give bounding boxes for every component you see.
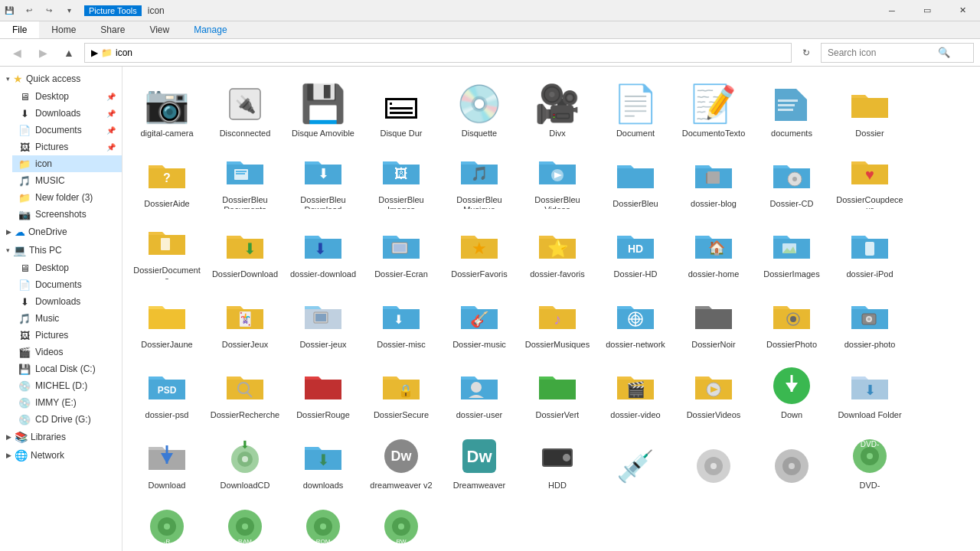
icon-item-d-games[interactable]: 🃏 DossierJeux [207,284,283,353]
sidebar-item-music2[interactable]: 🎵Music [12,310,122,327]
icon-item-db-dl[interactable]: ⬇ DossierBleu Download [285,143,361,212]
icon-item-disque-dur[interactable]: 🖴 Disque Dur [363,73,439,142]
icon-item-d-home[interactable]: 🏠 dossier-home [675,214,752,282]
sidebar-item-screenshots[interactable]: 📷 Screenshots [12,206,122,223]
icon-item-dvd-rom[interactable]: ROM DVD-ROM [285,495,361,551]
maximize-button[interactable]: ▭ [910,0,945,21]
sidebar-item-desktop2[interactable]: 🖥Desktop [12,259,122,276]
icon-item-dvd[interactable] [675,425,752,494]
qa-dropdown[interactable]: ▾ [60,2,78,20]
icon-item-d-noir[interactable]: DossierNoir [675,284,752,353]
sidebar-item-icon[interactable]: 📁 icon [12,155,122,172]
address-path[interactable]: ▶ 📁 icon [84,43,792,63]
icon-item-d-photo[interactable]: DossierPhoto [753,284,830,353]
sidebar-item-music[interactable]: 🎵 MUSIC [12,172,122,189]
icon-item-d-psd[interactable]: PSD dossier-psd [129,354,205,423]
icon-item-d-photo2[interactable]: dossier-photo [831,284,908,353]
icon-item-d-music[interactable]: 🎸 Dossier-music [441,284,518,353]
icon-item-document[interactable]: 📄 Document [597,73,674,142]
icon-item-d-secure[interactable]: 🔒 DossierSecure [363,354,439,423]
icon-item-down[interactable]: Down [753,354,830,423]
icon-item-d-misc[interactable]: ⬇ Dossier-misc [363,284,439,353]
tab-view[interactable]: View [137,21,181,38]
icon-item-d-rouge[interactable]: DossierRouge [285,354,361,423]
icon-item-d-videos[interactable]: DossierVideos [675,354,752,423]
icon-item-d-ipod[interactable]: dossier-iPod [831,214,908,282]
icon-item-d-screen[interactable]: Dossier-Ecran [363,214,439,282]
tab-share[interactable]: Share [88,21,137,38]
icon-item-db-img[interactable]: 🖼 DossierBleu Images [363,143,439,212]
icon-item-dvd-r[interactable]: -R DVD-R [129,495,205,551]
sidebar-item-edrive[interactable]: 💿IMMY (E:) [12,394,122,411]
refresh-button[interactable]: ↻ [796,43,816,63]
icon-item-d-games2[interactable]: Dossier-jeux [285,284,361,353]
search-icon[interactable]: 🔍 [938,47,950,58]
icon-item-d-search[interactable]: DossierRecherche [207,354,283,423]
icon-item-db-plain[interactable]: DossierBleu [597,143,674,212]
minimize-button[interactable]: ─ [874,0,910,21]
icon-item-dw2[interactable]: Dw dreamweaver v2 [363,425,439,494]
icon-item-d-blog[interactable]: dossier-blog [675,143,752,212]
icon-item-dossier[interactable]: Dossier [831,73,908,142]
icon-item-downloads[interactable]: ⬇ downloads [285,425,361,494]
tab-home[interactable]: Home [39,21,88,38]
icon-item-dvd-ram[interactable]: RAM DVD-RAM [207,495,283,551]
icon-item-documento[interactable]: 📝 DocumentoTexto [675,73,752,142]
icon-item-d-dl2[interactable]: ⬇ dossier-download [285,214,361,282]
sidebar-item-cdrive[interactable]: 💾Local Disk (C:) [12,360,122,377]
icon-item-d-dl[interactable]: ⬇ DossierDownload [207,214,283,282]
sidebar-item-gdrive[interactable]: 💿CD Drive (G:) [12,411,122,428]
forward-button[interactable]: ▶ [32,42,54,64]
sidebar-item-newfolder[interactable]: 📁 New folder (3) [12,189,122,206]
icon-item-d-docs2[interactable]: DossierDocuments [129,214,205,282]
tab-manage[interactable]: Manage [181,21,239,38]
qa-redo[interactable]: ↪ [40,2,58,20]
sidebar-libraries[interactable]: ▶ 📚 Libraries [0,428,122,446]
sidebar-item-dl2[interactable]: ⬇Downloads [12,293,122,310]
sidebar-item-pictures[interactable]: 🖼 Pictures 📌 [12,139,122,155]
icon-item-d-hd[interactable]: HD Dossier-HD [597,214,674,282]
icon-item-documents[interactable]: documents [753,73,830,142]
icon-item-d-star2[interactable]: ⭐ dossier-favoris [519,214,596,282]
search-input[interactable] [828,47,935,58]
icon-item-dvd-rw[interactable]: RW DVD-RW [363,495,439,551]
sidebar-item-videos[interactable]: 🎬Videos [12,344,122,360]
sidebar-item-ddrive[interactable]: 💿MICHEL (D:) [12,377,122,394]
up-button[interactable]: ▲ [58,42,80,64]
icon-item-db-docs[interactable]: DossierBleu Documents [207,143,283,212]
icon-item-db-vid[interactable]: DossierBleu Videos [519,143,596,212]
icon-item-dossier-aide[interactable]: ? DossierAide [129,143,205,212]
sidebar-this-pc[interactable]: ▾ 💻 This PC [0,241,122,259]
icon-item-dw[interactable]: Dw Dreamweaver [441,425,518,494]
back-button[interactable]: ◀ [6,42,28,64]
sidebar-quick-access[interactable]: ▾ ★ Quick access [0,70,122,88]
sidebar-item-desktop[interactable]: 🖥 Desktop 📌 [12,88,122,105]
icon-item-dl-folder[interactable]: ⬇ Download Folder [831,354,908,423]
icon-item-inj[interactable]: 💉 [597,425,674,494]
icon-item-dvd-movie[interactable] [753,425,830,494]
qa-save[interactable]: 💾 [0,2,18,20]
icon-item-disque-amovible[interactable]: 💾 Disque Amovible [285,73,361,142]
sidebar-network[interactable]: ▶ 🌐 Network [0,446,122,465]
sidebar-item-downloads[interactable]: ⬇ Downloads 📌 [12,105,122,122]
icon-item-d-star[interactable]: ★ DossierFavoris [441,214,518,282]
sidebar-item-pics2[interactable]: 🖼Pictures [12,327,122,344]
icon-item-d-yellow[interactable]: DossierJaune [129,284,205,353]
icon-item-dl-cd[interactable]: ⬇ DownloadCD [207,425,283,494]
icon-item-d-vert[interactable]: DossierVert [519,354,596,423]
icon-item-d-musiques[interactable]: ♪ DossierMusiques [519,284,596,353]
close-button[interactable]: ✕ [945,0,980,21]
icon-item-download[interactable]: Download [129,425,205,494]
tab-file[interactable]: File [0,21,39,38]
icon-item-d-cd[interactable]: Dossier-CD [753,143,830,212]
icon-item-dvd-minus[interactable]: DVD- DVD- [831,425,908,494]
icon-item-d-network[interactable]: dossier-network [597,284,674,353]
icon-item-camera[interactable]: 📷 digital-camera [129,73,205,142]
icon-item-d-heart[interactable]: ♥ DossierCoupdeceur [831,143,908,212]
sidebar-item-docs2[interactable]: 📄Documents [12,276,122,293]
icon-item-disquette[interactable]: 💿 Disquette [441,73,518,142]
icon-item-divx[interactable]: 🎥 Divx [519,73,596,142]
icon-item-db-mus[interactable]: 🎵 DossierBleu Musique [441,143,518,212]
icon-item-d-images[interactable]: DossierImages [753,214,830,282]
icon-item-d-user[interactable]: dossier-user [441,354,518,423]
